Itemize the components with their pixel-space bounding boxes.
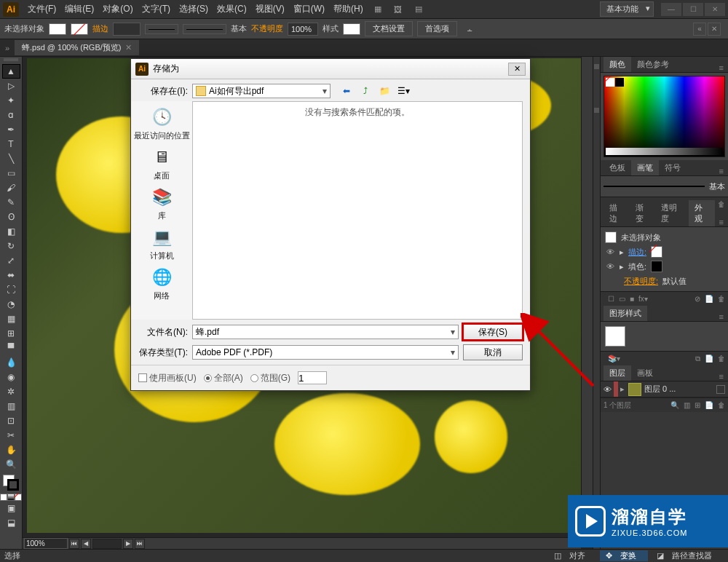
- slice-tool[interactable]: ✂: [2, 428, 20, 443]
- stroke-profile[interactable]: [145, 24, 178, 34]
- tab-color-guide[interactable]: 颜色参考: [631, 57, 675, 72]
- grayscale-ramp[interactable]: [606, 148, 723, 155]
- new-style-icon[interactable]: 📄: [705, 355, 713, 363]
- panel-close-icon[interactable]: ✕: [708, 23, 721, 36]
- type-tool[interactable]: T: [2, 137, 20, 151]
- fill-swatch[interactable]: [49, 23, 66, 35]
- tab-transparency[interactable]: 透明度: [655, 200, 689, 226]
- nav-prev-icon[interactable]: ◀: [81, 539, 91, 549]
- panel-collapse-icon[interactable]: «: [693, 23, 706, 36]
- eraser-tool[interactable]: ◧: [2, 224, 20, 239]
- width-tool[interactable]: ⬌: [2, 268, 20, 282]
- nav-next-icon[interactable]: ▶: [123, 539, 133, 549]
- filetype-combo[interactable]: Adobe PDF (*.PDF): [192, 345, 459, 360]
- nav-up-icon[interactable]: ⤴: [358, 84, 373, 98]
- delete-layer-icon[interactable]: 🗑: [718, 401, 725, 409]
- new-sublayer-icon[interactable]: ⊞: [695, 401, 700, 409]
- pen-tool[interactable]: ✒: [2, 122, 20, 137]
- tab-graphic-styles[interactable]: 图形样式: [604, 306, 647, 321]
- tab-artboards[interactable]: 画板: [631, 365, 659, 381]
- add-effect-icon[interactable]: fx▾: [638, 295, 648, 303]
- view-menu-icon[interactable]: ☰▾: [396, 84, 411, 98]
- all-radio[interactable]: 全部(A): [204, 372, 243, 384]
- tab-symbols[interactable]: 符号: [659, 160, 687, 175]
- dup-icon[interactable]: 📄: [705, 295, 713, 303]
- graphic-style-swatch[interactable]: [343, 23, 360, 35]
- color-mode-row[interactable]: [0, 494, 22, 501]
- hand-tool[interactable]: ✋: [2, 443, 20, 457]
- stroke-label[interactable]: 描边: [92, 23, 108, 34]
- panel-menu-icon[interactable]: ≡: [715, 167, 728, 175]
- horizontal-scrollbar[interactable]: ⏮ ◀ ▶ ⏭: [23, 537, 581, 549]
- nav-last-icon[interactable]: ⏭: [135, 539, 145, 549]
- fill-color-swatch[interactable]: [651, 261, 662, 272]
- document-tab-close-icon[interactable]: ✕: [125, 43, 132, 52]
- color-panel-body[interactable]: [601, 73, 728, 160]
- arrow-icon[interactable]: ▸: [620, 248, 624, 257]
- save-button[interactable]: 保存(S): [463, 324, 523, 340]
- panel-menu-icon[interactable]: ≡: [715, 372, 728, 381]
- collapsed-panel-strip[interactable]: [593, 57, 600, 549]
- place-recent[interactable]: 🕓最近访问的位置: [134, 106, 190, 141]
- save-in-combo[interactable]: Ai如何导出pdf: [192, 84, 331, 98]
- tab-appearance[interactable]: 外观: [689, 200, 715, 226]
- tab-color[interactable]: 颜色: [604, 57, 631, 72]
- layer-target-icon[interactable]: [716, 385, 725, 394]
- menu-view[interactable]: 视图(V): [251, 3, 289, 15]
- gs-lib-icon[interactable]: 📚▾: [608, 355, 691, 363]
- change-screen-mode[interactable]: ⬓: [2, 515, 20, 530]
- layer-visibility-icon[interactable]: 👁: [601, 385, 614, 394]
- status-pathfinder[interactable]: ◪ 路径查找器: [651, 550, 724, 561]
- preferences-button[interactable]: 首选项: [417, 21, 457, 36]
- tab-gradient[interactable]: 渐变: [630, 200, 656, 226]
- layer-expand-icon[interactable]: ▸: [618, 384, 627, 394]
- layer-thumbnail[interactable]: [628, 383, 641, 396]
- tab-brushes[interactable]: 画笔: [631, 160, 659, 175]
- tab-stroke[interactable]: 描边: [604, 200, 630, 226]
- document-setup-button[interactable]: 文档设置: [365, 21, 413, 36]
- visibility-icon[interactable]: 👁: [605, 248, 615, 256]
- place-library[interactable]: 📚库: [150, 186, 173, 221]
- locate-icon[interactable]: 🔍: [670, 401, 679, 409]
- delete-style-icon[interactable]: 🗑: [718, 355, 725, 363]
- add-stroke-icon[interactable]: ▭: [619, 295, 625, 303]
- brush-stroke-preview[interactable]: [604, 186, 705, 187]
- graph-tool[interactable]: ▥: [2, 399, 20, 413]
- gradient-tool[interactable]: ▀: [2, 341, 20, 355]
- add-fill-icon[interactable]: ■: [630, 295, 634, 303]
- none-swatch-icon[interactable]: [606, 78, 614, 87]
- clear-icon[interactable]: ⊘: [695, 295, 700, 303]
- rectangle-tool[interactable]: ▭: [2, 166, 20, 181]
- arrow-icon[interactable]: ▸: [620, 262, 624, 272]
- selection-tool[interactable]: ▲: [2, 64, 20, 79]
- fill-stroke-control[interactable]: [3, 475, 19, 491]
- menu-help[interactable]: 帮助(H): [329, 3, 368, 15]
- make-clip-icon[interactable]: ▥: [684, 401, 690, 409]
- document-tab[interactable]: 蜂.psd @ 100% (RGB/预览) ✕: [15, 40, 139, 55]
- place-network[interactable]: 🌐网络: [150, 266, 173, 301]
- black-swatch-icon[interactable]: [615, 78, 624, 87]
- file-list[interactable]: 没有与搜索条件匹配的项。: [192, 101, 523, 320]
- panel-menu-icon[interactable]: ≡: [715, 312, 728, 321]
- symbol-sprayer-tool[interactable]: ✲: [2, 384, 20, 399]
- menu-effect[interactable]: 效果(C): [213, 3, 251, 15]
- stroke-weight-input[interactable]: [113, 23, 141, 36]
- color-spectrum[interactable]: [604, 76, 725, 157]
- menu-window[interactable]: 窗口(W): [289, 3, 329, 15]
- filename-input[interactable]: 蜂.pdf: [192, 325, 459, 339]
- trash-icon[interactable]: 🗑: [718, 295, 725, 303]
- appearance-opacity-label[interactable]: 不透明度:: [624, 276, 658, 287]
- align-icon[interactable]: ⫠: [462, 25, 478, 33]
- visibility-icon[interactable]: 👁: [605, 262, 615, 271]
- new-layer-icon[interactable]: 📄: [705, 401, 713, 409]
- layer-row[interactable]: 👁 ▸ 图层 0 ...: [601, 381, 728, 397]
- opacity-input[interactable]: [288, 23, 318, 36]
- stroke-swatch[interactable]: [71, 23, 88, 35]
- bridge-icon[interactable]: 🖼: [388, 2, 408, 17]
- eyedropper-tool[interactable]: 💧: [2, 355, 20, 370]
- line-tool[interactable]: ╲: [2, 151, 20, 166]
- window-maximize[interactable]: ☐: [683, 3, 703, 16]
- graphic-style-thumb[interactable]: [605, 326, 625, 347]
- opacity-label[interactable]: 不透明度: [251, 23, 283, 34]
- blob-brush-tool[interactable]: ʘ: [2, 210, 20, 224]
